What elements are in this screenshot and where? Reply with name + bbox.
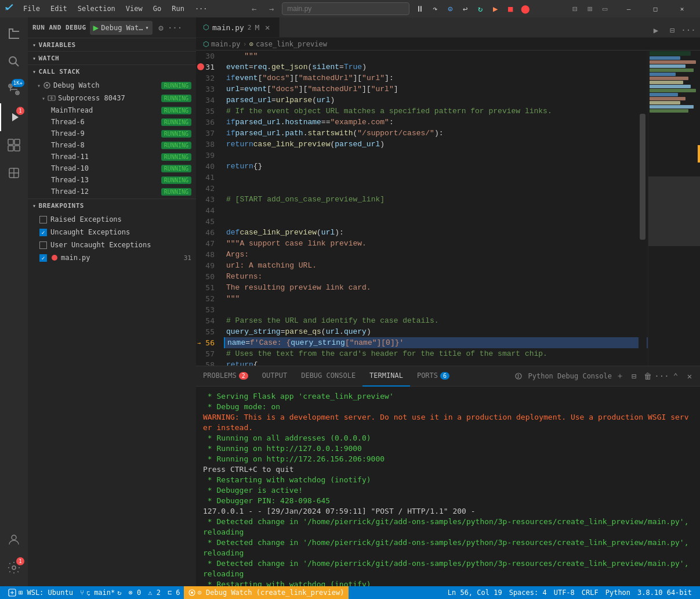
run-debug-tab-button[interactable]: ▶ <box>649 23 663 37</box>
thread-6[interactable]: Thread-6 RUNNING <box>28 116 196 128</box>
split-editor-tab-button[interactable]: ⊟ <box>665 23 679 37</box>
minimize-button[interactable]: — <box>615 0 642 17</box>
menu-edit[interactable]: Edit <box>46 2 72 15</box>
breakpoints-header[interactable]: ▾ BREAKPOINTS <box>28 199 196 212</box>
thread-mainthread[interactable]: MainThread RUNNING <box>28 104 196 116</box>
activity-remote-icon[interactable] <box>0 159 28 187</box>
toggle-panel-icon[interactable]: ▭ <box>598 2 612 16</box>
status-language[interactable]: Python <box>602 586 634 599</box>
breakpoint-uncaught[interactable]: ✓ Uncaught Exceptions <box>28 226 196 239</box>
debug-record-button[interactable]: ⬤ <box>518 2 532 16</box>
menu-file[interactable]: File <box>19 2 45 15</box>
maximize-button[interactable]: □ <box>642 0 669 17</box>
activity-search-icon[interactable] <box>0 48 28 75</box>
split-editor-icon[interactable]: ⊞ <box>583 2 597 16</box>
code-line-35: # If the event object URL matches a spec… <box>224 106 648 117</box>
add-terminal-button[interactable]: ＋ <box>614 370 626 382</box>
layout-icon[interactable]: ⊟ <box>568 2 582 16</box>
line-num-55: 55 <box>196 326 219 337</box>
thread-8[interactable]: Thread-8 RUNNING <box>28 139 196 151</box>
status-line-ending[interactable]: CRLF <box>578 586 602 599</box>
debug-step-out-button[interactable]: ↩ <box>458 2 472 16</box>
status-wsl[interactable]: ⊞ WSL: Ubuntu <box>5 586 77 599</box>
close-panel-button[interactable]: ✕ <box>684 370 695 382</box>
debug-step-over-button[interactable]: ↷ <box>428 2 442 16</box>
sync-icon: ↻ <box>117 589 121 597</box>
status-errors[interactable]: ⊗ 0 <box>125 586 145 599</box>
mainpy-checkbox[interactable]: ✓ <box>39 254 47 262</box>
kill-terminal-button[interactable]: 🗑 <box>642 370 654 382</box>
breadcrumb-file[interactable]: main.py <box>211 40 241 48</box>
thread-9[interactable]: Thread-9 RUNNING <box>28 128 196 139</box>
debug-pause-button[interactable]: ⏸ <box>413 2 427 16</box>
user-uncaught-checkbox[interactable] <box>39 241 47 249</box>
status-position[interactable]: Ln 56, Col 19 <box>444 586 506 599</box>
raised-label: Raised Exceptions <box>50 215 122 223</box>
breakpoint-main-py[interactable]: ✓ main.py 31 <box>28 251 196 264</box>
minimap-slider[interactable] <box>648 176 700 246</box>
tab-problems[interactable]: PROBLEMS 2 <box>196 366 255 387</box>
status-warnings[interactable]: ⚠ 2 <box>144 586 164 599</box>
activity-scm-icon[interactable]: 1K+ <box>0 75 28 103</box>
tab-main-py[interactable]: ⬡ main.py 2 M ✕ <box>196 17 280 37</box>
nav-forward-button[interactable]: → <box>264 2 278 16</box>
call-stack-header[interactable]: ▾ CALL STACK <box>28 65 196 78</box>
debug-step-into-button[interactable]: ⊙ <box>443 2 457 16</box>
terminal[interactable]: * Serving Flask app 'create_link_preview… <box>196 387 700 586</box>
status-arch[interactable]: 3.8.10 64-bit <box>634 586 695 599</box>
thread-11[interactable]: Thread-11 RUNNING <box>28 151 196 163</box>
maximize-panel-button[interactable]: ⌃ <box>670 370 681 382</box>
nav-back-button[interactable]: ← <box>247 2 261 16</box>
terminal-line-12: * Detected change in '/home/pierrick/git… <box>203 517 693 537</box>
status-ports[interactable]: ⊏ 6 <box>164 586 184 599</box>
debug-stop-button[interactable]: ■ <box>503 2 517 16</box>
split-terminal-button[interactable]: ⊟ <box>628 370 640 382</box>
status-debug[interactable]: ⊙ Debug Watch (create_link_preview) <box>184 586 349 599</box>
close-button[interactable]: ✕ <box>669 0 695 17</box>
debug-restart-button[interactable]: ↻ <box>473 2 487 16</box>
thread-12[interactable]: Thread-12 RUNNING <box>28 186 196 197</box>
line-num-50: 50 <box>196 271 219 282</box>
tab-close-button[interactable]: ✕ <box>263 23 272 32</box>
thread-10[interactable]: Thread-10 RUNNING <box>28 163 196 174</box>
raised-checkbox[interactable] <box>39 216 47 223</box>
menu-view[interactable]: View <box>121 2 147 15</box>
subprocess-name: Subprocess 80437 <box>58 94 125 102</box>
watch-header[interactable]: ▾ WATCH <box>28 52 196 64</box>
thread-13[interactable]: Thread-13 RUNNING <box>28 174 196 186</box>
call-stack-debug-watch[interactable]: ▾ Debug Watch RUNNING <box>28 79 196 92</box>
subprocess-item[interactable]: ▾ Subprocess 80437 RUNNING <box>28 92 196 104</box>
activity-account-icon[interactable] <box>0 526 28 554</box>
menu-selection[interactable]: Selection <box>73 2 120 15</box>
tab-output[interactable]: OUTPUT <box>255 366 294 387</box>
status-encoding[interactable]: UTF-8 <box>550 586 578 599</box>
editor-scrollbar[interactable] <box>639 50 647 366</box>
tab-debug-console[interactable]: DEBUG CONSOLE <box>294 366 362 387</box>
activity-debug-icon[interactable]: 1 <box>0 103 28 131</box>
menu-go[interactable]: Go <box>148 2 166 15</box>
breadcrumb-symbol[interactable]: case_link_preview <box>256 40 327 48</box>
menu-run[interactable]: Run <box>167 2 189 15</box>
activity-settings-icon[interactable]: 1 <box>0 554 28 582</box>
breakpoint-user-uncaught[interactable]: User Uncaught Exceptions <box>28 239 196 251</box>
debug-config-select[interactable]: ▶ Debug Wat… ▾ <box>90 21 153 35</box>
debug-settings-button[interactable]: ⚙ <box>156 23 166 33</box>
debug-more-button[interactable]: ··· <box>170 23 180 33</box>
command-search[interactable] <box>282 2 409 15</box>
status-branch[interactable]: ⑂ ꞔ main* ↻ <box>77 586 125 599</box>
activity-extensions-icon[interactable] <box>0 131 28 159</box>
breakpoint-raised[interactable]: Raised Exceptions <box>28 213 196 226</box>
uncaught-checkbox[interactable]: ✓ <box>39 229 47 236</box>
line-num-51: 51 <box>196 282 219 293</box>
tab-ports[interactable]: PORTS 6 <box>410 366 456 387</box>
menu-bar: File Edit Selection View Go Run ··· <box>19 2 212 15</box>
activity-explorer-icon[interactable] <box>0 20 28 48</box>
tab-terminal[interactable]: TERMINAL <box>362 366 410 387</box>
status-spaces[interactable]: Spaces: 4 <box>506 586 550 599</box>
variables-header[interactable]: ▾ VARIABLES <box>28 38 196 51</box>
titlebar-actions: ⊟ ⊞ ▭ <box>568 2 612 16</box>
more-terminal-button[interactable]: ··· <box>656 370 668 382</box>
more-tab-actions-button[interactable]: ··· <box>681 23 695 37</box>
menu-more[interactable]: ··· <box>190 2 212 15</box>
debug-continue-button[interactable]: ▶ <box>488 2 502 16</box>
